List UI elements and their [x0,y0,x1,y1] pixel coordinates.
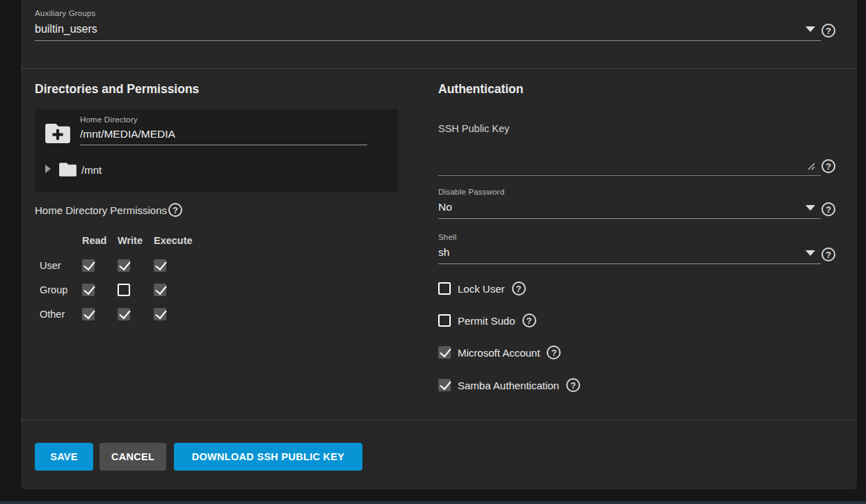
checkbox-permit-sudo[interactable] [438,314,451,327]
home-directory-label: Home Directory [80,115,138,124]
help-icon[interactable]: ? [512,282,526,295]
permissions-column-write: Write [118,235,154,260]
directories-heading: Directories and Permissions [35,82,199,97]
chevron-down-icon[interactable] [805,26,815,32]
home-directory-panel: Home Directory /mnt/MEDIA/MEDIA /mnt [35,109,398,193]
save-button[interactable]: SAVE [35,443,93,471]
disable-password-value[interactable]: No [438,201,452,213]
actions-divider [21,420,857,421]
chevron-down-icon[interactable] [805,250,815,256]
microsoft-account-row: Microsoft Account ? [438,346,561,359]
shell-value[interactable]: sh [438,246,449,259]
checkbox-other-execute[interactable] [154,308,166,320]
help-icon[interactable]: ? [168,203,182,217]
field-underline [35,40,821,41]
page: Auxiliary Groups builtin_users ? Directo… [0,0,866,504]
help-icon[interactable]: ? [821,24,835,38]
help-icon[interactable]: ? [821,159,835,173]
permissions-row-user: User [40,259,82,272]
field-underline [80,145,367,145]
checkbox-group-execute[interactable] [154,284,166,296]
shell-label: Shell [438,233,457,241]
permit-sudo-row: Permit Sudo ? [438,314,536,327]
authentication-heading: Authentication [438,82,524,97]
permissions-row-other: Other [40,308,82,320]
samba-authentication-row: Samba Authentication ? [438,378,580,392]
field-underline [438,218,821,219]
tree-expand-icon[interactable] [45,165,51,173]
microsoft-account-label: Microsoft Account [458,347,540,359]
lock-user-row: Lock User ? [438,282,526,295]
ssh-public-key-input[interactable] [438,136,821,176]
permit-sudo-label: Permit Sudo [458,315,515,327]
download-ssh-public-key-button[interactable]: DOWNLOAD SSH PUBLIC KEY [174,443,362,471]
textarea-resize-handle-icon[interactable] [808,163,815,170]
create-new-folder-icon [45,122,71,145]
folder-icon [58,162,77,177]
home-directory-value[interactable]: /mnt/MEDIA/MEDIA [80,128,175,140]
permissions-column-read: Read [82,235,118,260]
field-underline [438,175,821,176]
permissions-grid: Read Write Execute User Group Other [40,235,209,332]
help-icon[interactable]: ? [522,314,536,327]
checkbox-user-write[interactable] [118,259,130,272]
permissions-column-execute: Execute [154,235,209,260]
help-icon[interactable]: ? [566,378,580,392]
checkbox-user-execute[interactable] [154,259,166,272]
section-divider [21,68,857,69]
checkbox-samba-authentication[interactable] [438,379,451,391]
checkbox-microsoft-account[interactable] [438,346,451,359]
home-directory-permissions-header: Home Directory Permissions ? [35,203,182,217]
checkbox-other-read[interactable] [82,308,95,320]
checkbox-other-write[interactable] [118,308,130,320]
footer-strip [0,501,866,504]
user-edit-form-card: Auxiliary Groups builtin_users ? Directo… [21,0,857,489]
permissions-heading: Home Directory Permissions [35,204,167,216]
ssh-public-key-label: SSH Public Key [438,123,509,134]
disable-password-label: Disable Password [438,188,504,196]
checkbox-group-read[interactable] [82,284,95,296]
samba-authentication-label: Samba Authentication [458,380,559,391]
tree-item-label[interactable]: /mnt [81,164,102,176]
auxiliary-groups-label: Auxiliary Groups [35,9,96,17]
help-icon[interactable]: ? [821,202,835,216]
permissions-row-group: Group [40,284,82,296]
checkbox-group-write[interactable] [118,284,130,296]
checkbox-user-read[interactable] [82,259,95,272]
auxiliary-groups-value[interactable]: builtin_users [35,23,97,35]
lock-user-label: Lock User [458,283,505,295]
cancel-button[interactable]: CANCEL [99,443,166,471]
field-underline [438,263,821,264]
help-icon[interactable]: ? [547,346,561,359]
checkbox-lock-user[interactable] [438,282,451,295]
chevron-down-icon[interactable] [805,205,815,211]
help-icon[interactable]: ? [821,247,835,261]
